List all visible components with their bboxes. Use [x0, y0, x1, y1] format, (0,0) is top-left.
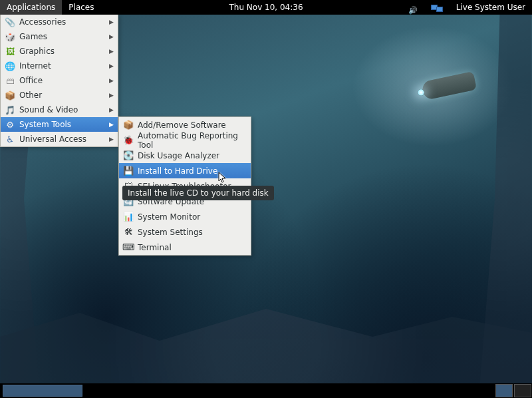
applications-label: Applications — [7, 0, 55, 15]
main-menu-item-accessories[interactable]: 📎Accessories▶ — [1, 15, 118, 29]
network-icon — [431, 3, 443, 12]
submenu-item-system-settings[interactable]: 🛠System Settings — [119, 224, 251, 240]
menu-item-label: Universal Access — [19, 134, 106, 144]
applications-menu-button[interactable]: Applications — [0, 0, 62, 15]
menu-item-label: Office — [19, 76, 106, 85]
app-icon: 🐞 — [123, 135, 134, 146]
bottom-panel — [0, 383, 532, 398]
main-menu-item-sound-video[interactable]: 🎵Sound & Video▶ — [1, 102, 118, 117]
category-icon: 🖼 — [5, 46, 15, 57]
menu-item-label: Sound & Video — [19, 105, 106, 114]
wallpaper-decoration — [0, 305, 532, 385]
submenu-item-label: Automatic Bug Reporting Tool — [138, 131, 247, 150]
category-icon: 🎵 — [5, 104, 15, 115]
main-menu-item-games[interactable]: 🎲Games▶ — [1, 29, 118, 44]
panel-clock[interactable]: Thu Nov 10, 04:36 — [222, 0, 309, 15]
submenu-item-system-monitor[interactable]: 📊System Monitor — [119, 209, 251, 224]
main-menu-item-universal-access[interactable]: ♿Universal Access▶ — [1, 132, 118, 146]
menu-item-label: System Tools — [19, 120, 106, 129]
clock-label: Thu Nov 10, 04:36 — [229, 0, 303, 15]
submenu-item-disk-usage-analyzer[interactable]: 💽Disk Usage Analyzer — [119, 148, 251, 163]
taskbar-item[interactable] — [3, 385, 82, 397]
menu-item-label: Internet — [19, 61, 106, 71]
submenu-item-install-to-hard-drive[interactable]: 💾Install to Hard Drive — [119, 163, 251, 178]
tooltip: Install the live CD to your hard disk — [122, 186, 274, 200]
applications-main-menu: 📎Accessories▶🎲Games▶🖼Graphics▶🌐Internet▶… — [0, 15, 118, 147]
submenu-item-terminal[interactable]: ⌨Terminal — [119, 240, 251, 255]
app-icon: 📦 — [123, 120, 134, 130]
app-icon: ⌨ — [123, 242, 134, 253]
category-icon: 📦 — [5, 90, 15, 100]
category-icon: 🌐 — [5, 61, 15, 71]
volume-indicator[interactable] — [402, 0, 424, 15]
tooltip-text: Install the live CD to your hard disk — [128, 188, 269, 198]
app-icon: 💽 — [123, 150, 134, 161]
menu-item-label: Games — [19, 32, 106, 41]
category-icon: 🗃 — [5, 75, 15, 86]
submenu-item-label: Terminal — [138, 243, 247, 252]
mouse-cursor — [218, 172, 227, 186]
workspace-1[interactable] — [495, 384, 513, 397]
main-menu-item-office[interactable]: 🗃Office▶ — [1, 73, 118, 88]
submenu-item-label: Add/Remove Software — [138, 120, 247, 130]
menu-item-label: Accessories — [19, 17, 106, 27]
category-icon: 🎲 — [5, 31, 15, 42]
submenu-item-label: System Settings — [138, 228, 247, 237]
submenu-arrow-icon: ▶ — [109, 19, 114, 25]
network-indicator[interactable] — [424, 0, 450, 15]
category-icon: 📎 — [5, 17, 15, 27]
submenu-arrow-icon: ▶ — [109, 106, 114, 113]
workspace-switcher — [495, 383, 532, 398]
user-menu[interactable]: Live System User — [450, 0, 532, 15]
submenu-item-automatic-bug-reporting-tool[interactable]: 🐞Automatic Bug Reporting Tool — [119, 132, 251, 148]
main-menu-item-other[interactable]: 📦Other▶ — [1, 88, 118, 102]
main-menu-item-graphics[interactable]: 🖼Graphics▶ — [1, 44, 118, 59]
volume-icon — [408, 3, 418, 12]
menu-item-label: Graphics — [19, 47, 106, 56]
places-label: Places — [68, 0, 94, 15]
submenu-item-label: System Monitor — [138, 212, 247, 222]
app-icon: 💾 — [123, 166, 134, 176]
submenu-arrow-icon: ▶ — [109, 136, 114, 142]
menu-item-label: Other — [19, 91, 106, 100]
category-icon: ⚙ — [5, 119, 15, 130]
submenu-item-label: Disk Usage Analyzer — [138, 151, 247, 160]
main-menu-item-system-tools[interactable]: ⚙System Tools▶ — [1, 117, 118, 132]
user-label: Live System User — [456, 0, 525, 15]
submenu-item-label: Install to Hard Drive — [138, 166, 247, 176]
category-icon: ♿ — [5, 134, 15, 144]
submenu-arrow-icon: ▶ — [109, 33, 114, 40]
submenu-arrow-icon: ▶ — [109, 48, 114, 55]
top-panel: Applications Places Thu Nov 10, 04:36 Li… — [0, 0, 532, 15]
app-icon: 📊 — [123, 212, 134, 222]
submenu-arrow-icon: ▶ — [109, 77, 114, 84]
places-menu-button[interactable]: Places — [62, 0, 100, 15]
submenu-arrow-icon: ▶ — [109, 121, 114, 128]
workspace-2[interactable] — [514, 384, 531, 397]
app-icon: 🛠 — [123, 227, 134, 238]
main-menu-item-internet[interactable]: 🌐Internet▶ — [1, 59, 118, 73]
submenu-arrow-icon: ▶ — [109, 92, 114, 99]
submenu-arrow-icon: ▶ — [109, 63, 114, 69]
